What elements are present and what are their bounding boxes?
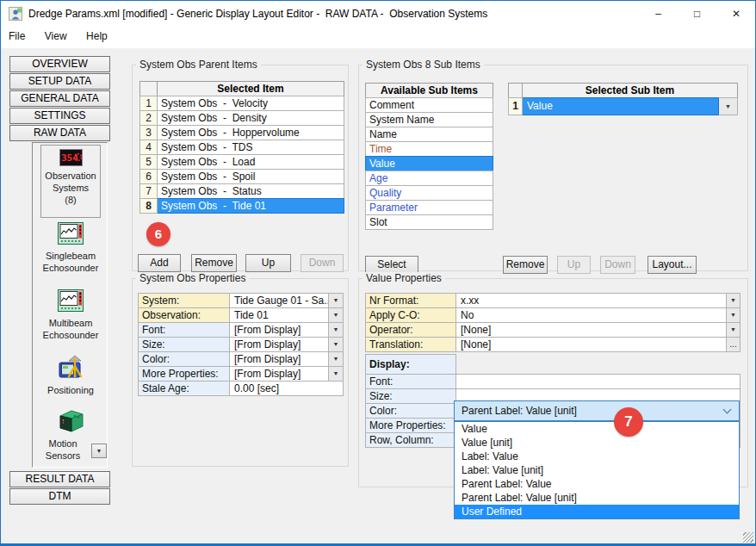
- dropdown-option[interactable]: Parent Label: Value [unit]: [455, 491, 739, 505]
- property-value[interactable]: No: [456, 307, 727, 323]
- property-value[interactable]: [None]: [456, 322, 727, 338]
- table-row-selected[interactable]: 8 System Obs - Tide 01: [139, 198, 344, 214]
- menu-help[interactable]: Help: [78, 27, 115, 48]
- sidebar-item-overview[interactable]: OVERVIEW: [9, 56, 110, 72]
- sidebar-item-singlebeam-echosounder[interactable]: Singlebeam Echosounder: [33, 222, 108, 274]
- column-header-available-sub-items: Available Sub Items: [365, 83, 493, 98]
- display-dropdown-list: Value Value [unit] Label: Value Label: V…: [454, 421, 740, 519]
- device-label: Positioning: [33, 384, 108, 396]
- available-item[interactable]: System Name: [365, 112, 493, 127]
- property-label: Display:: [365, 354, 456, 375]
- row-label[interactable]: System Obs - Tide 01: [158, 198, 344, 214]
- sidebar-item-observation-systems[interactable]: 354 Observation Systems (8): [33, 149, 108, 206]
- dropdown-arrow-icon[interactable]: ▼: [727, 322, 741, 338]
- dropdown-arrow-icon[interactable]: ▼: [329, 307, 344, 323]
- row-number: 2: [139, 110, 158, 126]
- property-label: Stale Age:: [138, 381, 230, 396]
- available-item[interactable]: Parameter: [365, 200, 493, 215]
- selected-sub-item-value[interactable]: Value: [523, 97, 719, 115]
- table-row[interactable]: 6 System Obs - Spoil: [139, 169, 344, 184]
- property-value[interactable]: [From Display]: [230, 337, 329, 352]
- row-number: 4: [139, 140, 158, 155]
- property-row: Observation: Tide 01 ▼: [138, 307, 344, 323]
- available-item[interactable]: Age: [365, 171, 493, 186]
- sidebar-item-setup-data[interactable]: SETUP DATA: [9, 73, 110, 90]
- available-item-selected[interactable]: Value: [365, 156, 493, 171]
- available-item[interactable]: Time: [365, 141, 493, 157]
- available-item[interactable]: Name: [365, 127, 493, 142]
- available-item[interactable]: Comment: [365, 97, 493, 113]
- table-row[interactable]: 4 System Obs - TDS: [139, 140, 344, 155]
- property-label: Size:: [138, 337, 230, 352]
- table-row[interactable]: 5 System Obs - Load: [139, 154, 344, 170]
- dropdown-option[interactable]: Value [unit]: [455, 436, 739, 450]
- dropdown-option[interactable]: Label: Value: [455, 450, 739, 463]
- dropdown-arrow-icon[interactable]: ▼: [329, 293, 344, 308]
- dropdown-option[interactable]: Value: [455, 422, 739, 436]
- dropdown-arrow-icon[interactable]: ▼: [329, 337, 344, 352]
- close-icon[interactable]: ✕: [716, 1, 756, 27]
- dropdown-arrow-icon[interactable]: ▼: [727, 307, 741, 323]
- dropdown-arrow-icon[interactable]: ▼: [329, 351, 344, 367]
- minimize-icon[interactable]: –: [639, 1, 678, 27]
- property-value[interactable]: Tide 01: [230, 307, 329, 323]
- sidebar-item-raw-data[interactable]: RAW DATA: [9, 125, 110, 141]
- property-value[interactable]: [From Display]: [230, 351, 329, 367]
- property-value[interactable]: [From Display]: [230, 322, 329, 338]
- dropdown-arrow-icon[interactable]: ▼: [329, 322, 344, 338]
- observation-display-icon: 354: [59, 149, 83, 170]
- table-row[interactable]: 1 System Obs - Velocity: [139, 96, 344, 111]
- maximize-icon[interactable]: □: [678, 1, 716, 27]
- menu-file[interactable]: File: [1, 27, 33, 48]
- row-label[interactable]: System Obs - Status: [158, 183, 344, 199]
- sidebar-item-multibeam-echosounder[interactable]: Multibeam Echosounder: [33, 289, 108, 341]
- property-value[interactable]: Tide Gauge 01 - Sa...: [230, 293, 329, 308]
- property-label: System:: [138, 293, 230, 308]
- remove-sub-button[interactable]: Remove: [503, 256, 548, 274]
- group-title: Value Properties: [363, 272, 445, 284]
- row-label[interactable]: System Obs - Load: [158, 154, 344, 170]
- device-scroll-down-icon[interactable]: ▼: [91, 444, 107, 458]
- sidebar-item-general-data[interactable]: GENERAL DATA: [9, 90, 110, 107]
- row-label[interactable]: System Obs - Hoppervolume: [158, 125, 344, 140]
- row-label[interactable]: System Obs - Velocity: [158, 96, 344, 111]
- available-item[interactable]: Quality: [365, 185, 493, 201]
- sidebar-item-result-data[interactable]: RESULT DATA: [9, 471, 110, 487]
- table-row[interactable]: 3 System Obs - Hoppervolume: [139, 125, 344, 140]
- property-value[interactable]: x.xx: [456, 293, 727, 308]
- available-item[interactable]: Slot: [365, 214, 493, 230]
- table-row[interactable]: 7 System Obs - Status: [139, 183, 344, 199]
- dropdown-arrow-icon[interactable]: ▼: [329, 366, 344, 382]
- selected-sub-item-row[interactable]: 1 Value ▼: [508, 97, 738, 115]
- resize-grip[interactable]: [743, 532, 753, 543]
- row-label[interactable]: System Obs - Density: [158, 110, 344, 126]
- display-combobox-open[interactable]: Parent Label: Value [unit]: [454, 400, 740, 421]
- row-label[interactable]: System Obs - TDS: [158, 140, 344, 155]
- row-number: 7: [139, 183, 158, 199]
- property-value[interactable]: [From Display]: [230, 366, 329, 382]
- property-label: Color:: [365, 403, 456, 419]
- dropdown-option[interactable]: Label: Value [unit]: [455, 463, 739, 477]
- dropdown-arrow-icon[interactable]: ▼: [727, 293, 741, 308]
- property-value[interactable]: 0.00 [sec]: [230, 381, 344, 396]
- dropdown-option[interactable]: Parent Label: Value: [455, 477, 739, 491]
- window-title: Dredge Params.xml [modified] - Generic D…: [28, 1, 487, 27]
- ellipsis-button[interactable]: ...: [727, 337, 741, 352]
- menu-view[interactable]: View: [37, 27, 75, 48]
- sidebar-item-dtm[interactable]: DTM: [9, 488, 110, 505]
- select-button[interactable]: Select: [365, 256, 418, 274]
- add-button[interactable]: Add: [138, 254, 181, 272]
- up-button[interactable]: Up: [245, 254, 291, 272]
- property-row: Size: [From Display] ▼: [138, 337, 344, 352]
- dropdown-option-selected[interactable]: User Defined: [455, 505, 739, 518]
- row-label[interactable]: System Obs - Spoil: [158, 169, 344, 184]
- table-row[interactable]: 2 System Obs - Density: [139, 110, 344, 126]
- dropdown-arrow-icon[interactable]: ▼: [719, 97, 738, 115]
- sidebar-item-settings[interactable]: SETTINGS: [9, 108, 110, 124]
- motion-sensors-icon: [56, 408, 85, 437]
- property-value[interactable]: [None]: [456, 337, 727, 352]
- sidebar-item-positioning[interactable]: Positioning: [33, 355, 108, 396]
- layout-button[interactable]: Layout...: [648, 256, 697, 274]
- remove-button[interactable]: Remove: [191, 254, 237, 272]
- menu-bar: File View Help: [1, 27, 755, 48]
